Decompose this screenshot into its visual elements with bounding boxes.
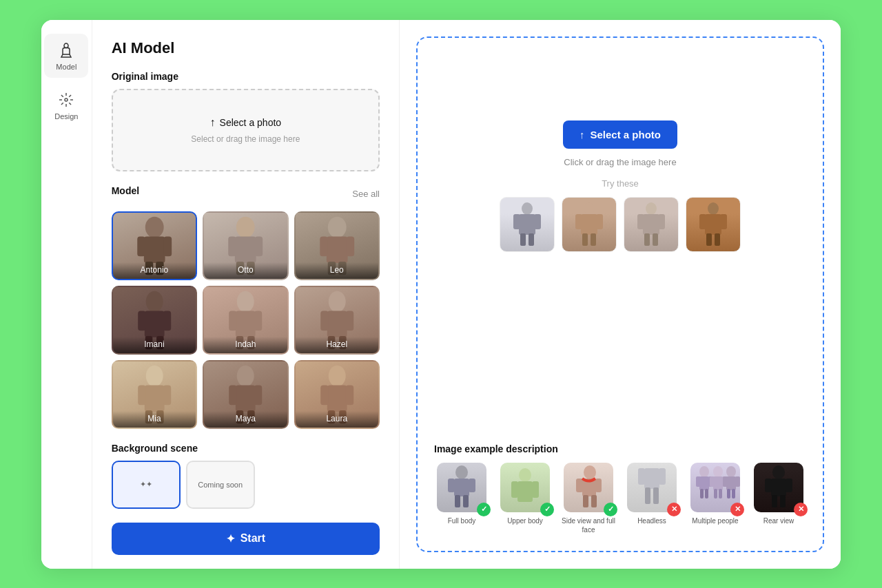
svg-rect-74 xyxy=(705,214,721,235)
model-card-imani[interactable]: Imani xyxy=(112,286,197,355)
left-panel: AI Model Original image ↑ Select a photo… xyxy=(92,20,400,569)
model-card-antonio[interactable]: Antonio xyxy=(112,211,197,280)
svg-rect-10 xyxy=(255,236,263,256)
svg-rect-101 xyxy=(699,476,709,490)
model-card-leo[interactable]: Leo xyxy=(294,211,380,280)
svg-rect-97 xyxy=(659,468,666,485)
rear-label: Rear view xyxy=(763,516,794,525)
example-img-rear-wrap: ✕ xyxy=(754,463,803,512)
svg-point-1 xyxy=(145,216,163,238)
try-figure-4 xyxy=(693,200,734,249)
svg-point-85 xyxy=(519,468,531,482)
svg-rect-96 xyxy=(638,468,645,485)
svg-rect-40 xyxy=(163,385,171,405)
try-card-3[interactable] xyxy=(624,197,679,252)
upload-hint: Select or drag the image here xyxy=(191,134,300,144)
svg-rect-8 xyxy=(235,236,256,262)
model-card-hazel[interactable]: Hazel xyxy=(294,286,380,355)
see-all-link[interactable]: See all xyxy=(352,189,380,199)
model-section: Model See all Antonio xyxy=(112,185,380,429)
svg-point-55 xyxy=(522,202,533,215)
svg-rect-83 xyxy=(455,495,460,507)
svg-rect-38 xyxy=(145,385,165,411)
example-card-sideview: ✓ Side view and full face xyxy=(561,463,616,534)
svg-rect-28 xyxy=(254,311,263,330)
svg-rect-98 xyxy=(645,487,650,504)
model-card-indah[interactable]: Indah xyxy=(203,286,288,355)
svg-rect-22 xyxy=(163,311,171,330)
model-mia-label: Mia xyxy=(113,411,196,428)
start-button[interactable]: ✦ Start xyxy=(112,523,380,555)
try-card-1[interactable] xyxy=(500,197,555,252)
model-grid: Antonio Otto xyxy=(112,211,380,429)
svg-rect-45 xyxy=(229,385,237,405)
upperbody-badge: ✓ xyxy=(540,503,554,516)
svg-rect-2 xyxy=(144,236,165,262)
svg-point-25 xyxy=(237,291,254,312)
svg-point-73 xyxy=(708,202,719,215)
svg-rect-58 xyxy=(534,214,541,229)
svg-rect-52 xyxy=(345,385,353,405)
svg-point-67 xyxy=(646,202,657,215)
svg-rect-80 xyxy=(454,479,469,496)
model-card-mia[interactable]: Mia xyxy=(112,360,197,429)
headless-label: Headless xyxy=(637,516,666,525)
example-img-upperbody-wrap: ✓ xyxy=(500,463,550,512)
model-card-maya[interactable]: Maya xyxy=(203,360,288,429)
bg-cards: ✦✦ Coming soon xyxy=(112,461,380,509)
svg-rect-44 xyxy=(236,385,256,411)
svg-point-118 xyxy=(772,465,785,479)
svg-rect-94 xyxy=(591,495,597,507)
sidebar-item-model[interactable]: Model xyxy=(44,34,88,78)
svg-point-43 xyxy=(237,365,254,386)
select-photo-main-button[interactable]: ↑ Select a photo xyxy=(563,120,677,149)
bg-card-coming-soon: Coming soon xyxy=(186,461,255,509)
svg-rect-64 xyxy=(596,214,603,229)
example-card-rear: ✕ Rear view xyxy=(751,463,806,534)
bg-section-label: Background scene xyxy=(112,443,380,454)
svg-rect-92 xyxy=(595,479,602,492)
example-cards: ✓ Full body xyxy=(434,463,806,534)
svg-rect-9 xyxy=(228,236,236,256)
try-card-4[interactable] xyxy=(686,197,741,252)
svg-point-79 xyxy=(455,465,468,479)
svg-rect-63 xyxy=(575,214,582,229)
select-photo-button-small[interactable]: ↑ Select a photo xyxy=(210,116,282,129)
svg-rect-82 xyxy=(469,479,475,492)
example-card-multiple: ✕ Multiple people xyxy=(688,463,743,534)
upload-icon-main: ↑ xyxy=(580,129,585,140)
upload-zone[interactable]: ↑ Select a photo Select or drag the imag… xyxy=(112,89,380,171)
try-these-grid xyxy=(434,197,806,252)
multiple-badge: ✕ xyxy=(730,503,744,516)
svg-rect-107 xyxy=(713,476,723,490)
svg-rect-111 xyxy=(719,489,722,498)
sideview-badge: ✓ xyxy=(604,503,617,516)
svg-rect-123 xyxy=(780,495,786,507)
try-figure-2 xyxy=(568,200,610,249)
svg-rect-70 xyxy=(658,214,665,229)
svg-rect-116 xyxy=(727,489,730,498)
svg-rect-62 xyxy=(581,214,597,235)
model-icon xyxy=(57,41,76,60)
svg-rect-21 xyxy=(138,311,146,330)
drag-hint: Click or drag the image here xyxy=(564,157,676,167)
model-imani-label: Imani xyxy=(113,337,196,353)
svg-rect-66 xyxy=(591,233,596,246)
model-hazel-label: Hazel xyxy=(296,337,378,353)
example-title: Image example description xyxy=(434,443,806,454)
model-card-otto[interactable]: Otto xyxy=(203,211,288,280)
page-title: AI Model xyxy=(112,39,380,57)
try-card-2[interactable] xyxy=(562,197,617,252)
try-these-section: Try these xyxy=(434,178,806,252)
bg-card-scene1[interactable]: ✦✦ xyxy=(112,461,181,509)
svg-rect-39 xyxy=(138,385,146,405)
upperbody-label: Upper body xyxy=(507,516,543,525)
sidebar-item-design[interactable]: Design xyxy=(44,83,88,127)
svg-rect-110 xyxy=(714,489,717,498)
model-card-laura[interactable]: Laura xyxy=(294,360,380,429)
svg-rect-87 xyxy=(511,481,518,498)
svg-rect-114 xyxy=(723,476,728,487)
example-card-upperbody: ✓ Upper body xyxy=(498,463,553,534)
coming-soon-label: Coming soon xyxy=(198,481,243,489)
svg-rect-102 xyxy=(696,476,701,487)
